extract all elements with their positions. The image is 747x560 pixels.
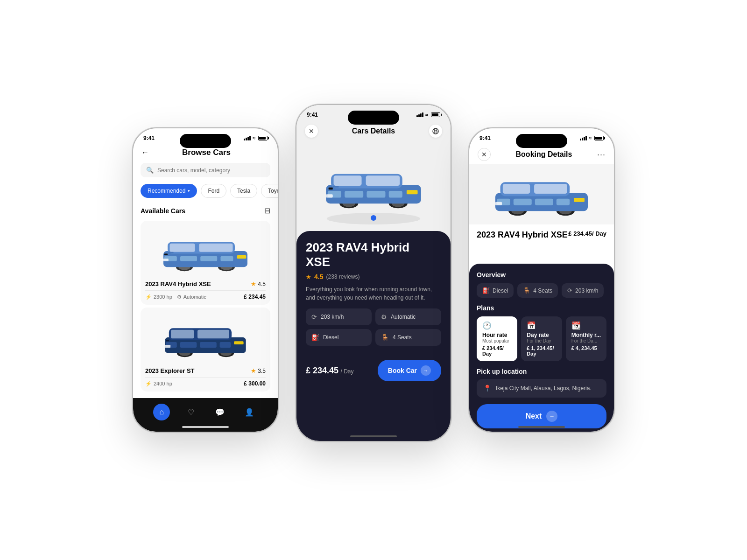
star-icon-details: ★ xyxy=(306,273,311,280)
car-rating-rav4: ★ 4.5 xyxy=(251,280,266,287)
svg-rect-59 xyxy=(535,199,553,205)
price-amount: £ 234.45 xyxy=(306,366,338,375)
svg-rect-14 xyxy=(164,253,168,255)
wifi-icon-1: ≈ xyxy=(253,135,255,141)
filter-recommended-label: Recommended xyxy=(148,188,185,194)
signal-bar-12 xyxy=(585,136,587,140)
svg-rect-61 xyxy=(574,198,585,202)
nav-bookmark[interactable]: ♡ xyxy=(183,404,199,420)
plan-hour[interactable]: 🕐 Hour rate Most popular £ 234.45/ Day xyxy=(477,316,517,361)
phone-browse-cars: 9:41 ≈ ← Browse Cars xyxy=(133,128,278,432)
filter-tesla[interactable]: Tesla xyxy=(230,184,257,198)
hour-rate-icon: 🕐 xyxy=(482,321,512,330)
close-button-3[interactable]: ✕ xyxy=(478,148,491,161)
car-svg-rav4 xyxy=(154,230,257,272)
view-360-button[interactable] xyxy=(429,125,442,138)
transmission-icon: ⚙ xyxy=(381,313,387,321)
chip-seats: 🪑 4 Seats xyxy=(517,283,558,298)
search-input[interactable] xyxy=(157,167,265,174)
plan-monthly[interactable]: 📆 Monthly r... For the Da... £ 4, 234.45 xyxy=(566,316,606,361)
pickup-location-input[interactable]: 📍 Ikeja City Mall, Alausa, Lagos, Nigeri… xyxy=(477,379,606,398)
wifi-icon-2: ≈ xyxy=(425,112,428,118)
svg-rect-12 xyxy=(237,255,247,259)
spec-transmission-details: ⚙ Automatic xyxy=(375,308,441,325)
booking-car-image xyxy=(469,164,614,224)
screen-booking-details: 9:41 ≈ ✕ Booking Details xyxy=(469,128,614,432)
car-specs-rav4: ⚡ 2300 hp ⚙ Automatic £ 234.45 xyxy=(145,290,266,300)
rental-plans: 🕐 Hour rate Most popular £ 234.45/ Day 📅… xyxy=(477,316,606,361)
chevron-down-icon: ▾ xyxy=(188,189,190,193)
next-arrow-icon: → xyxy=(546,411,557,422)
time-1: 9:41 xyxy=(143,135,155,141)
filter-options-icon[interactable]: ⊟ xyxy=(264,206,270,215)
svg-rect-7 xyxy=(199,244,233,252)
plan-name-monthly: Monthly r... xyxy=(571,332,601,338)
book-car-label: Book Car xyxy=(388,367,417,374)
svg-rect-15 xyxy=(169,252,174,253)
filter-recommended[interactable]: Recommended ▾ xyxy=(141,184,197,198)
car-price-footer: £ 234.45 / Day xyxy=(306,366,354,376)
overview-title: Overview xyxy=(477,271,606,279)
dynamic-island-2 xyxy=(348,111,399,125)
360-icon xyxy=(432,127,439,135)
booking-footer: £ 234.45 / Day Book Car → xyxy=(306,353,441,391)
signal-bar-6 xyxy=(418,114,420,117)
signal-bars-2 xyxy=(416,112,423,117)
nav-profile[interactable]: 👤 xyxy=(241,404,258,420)
svg-rect-25 xyxy=(180,342,197,348)
car-card-explorer[interactable]: 2023 Explorer ST ★ 3.5 ⚡ 2400 hp £ 300.0… xyxy=(141,308,270,392)
svg-rect-40 xyxy=(366,175,400,186)
car-svg-details xyxy=(317,163,430,210)
rating-num-details: 4.5 xyxy=(314,273,323,280)
filter-toyota[interactable]: Toyota xyxy=(261,184,278,198)
time-2: 9:41 xyxy=(307,112,318,118)
plan-day[interactable]: 📅 Day rate For the Day £ 1, 234.45/ Day xyxy=(521,316,562,361)
overview-chips: ⛽ Diesel 🪑 4 Seats ⟳ 203 km/h xyxy=(477,283,606,298)
car-description-details: Everything you look for when running aro… xyxy=(306,285,441,302)
home-indicator-2 xyxy=(350,435,397,437)
nav-chat[interactable]: 💬 xyxy=(211,404,228,420)
svg-rect-30 xyxy=(166,339,169,341)
car-card-rav4[interactable]: 2023 RAV4 Hybrid XSE ★ 4.5 ⚡ 2300 hp ⚙ A… xyxy=(141,221,270,305)
search-bar[interactable]: 🔍 xyxy=(141,163,270,177)
reviews-count-details: (233 reviews) xyxy=(326,273,359,280)
dynamic-island-1 xyxy=(180,134,231,148)
svg-rect-56 xyxy=(534,184,567,194)
plan-price-day: £ 1, 234.45/ Day xyxy=(527,345,556,357)
battery-fill-1 xyxy=(259,137,266,140)
search-icon: 🔍 xyxy=(146,167,154,174)
book-car-button[interactable]: Book Car → xyxy=(378,360,441,381)
diesel-icon: ⛽ xyxy=(482,287,490,294)
svg-rect-48 xyxy=(333,186,339,188)
svg-rect-62 xyxy=(495,202,502,205)
back-button-1[interactable]: ← xyxy=(141,148,149,157)
car-details-top: 9:41 ≈ xyxy=(296,105,451,245)
close-button-2[interactable]: ✕ xyxy=(305,125,318,138)
more-options-button[interactable]: ··· xyxy=(597,150,606,160)
phone-car-details: 9:41 ≈ xyxy=(296,105,451,441)
spec-transmission-rav4: ⚙ Automatic xyxy=(177,294,206,300)
home-icon: ⌂ xyxy=(153,404,170,420)
star-icon-rav4: ★ xyxy=(251,280,256,287)
signal-bar-7 xyxy=(420,113,422,117)
spec-fuel-details: ⛽ Diesel xyxy=(306,329,372,346)
signal-bar-4 xyxy=(249,136,251,140)
booking-details-panel: Overview ⛽ Diesel 🪑 4 Seats ⟳ 203 km/h xyxy=(469,264,614,432)
battery-icon-1 xyxy=(258,136,268,140)
signal-bar-2 xyxy=(246,138,247,140)
car-info-row-explorer: 2023 Explorer ST ★ 3.5 xyxy=(145,367,266,374)
booking-car-info: 2023 RAV4 Hybrid XSE £ 234.45/ Day xyxy=(469,224,614,240)
svg-point-32 xyxy=(434,128,437,134)
car-title-details: 2023 RAV4 Hybrid XSE xyxy=(306,240,441,269)
signal-bar-8 xyxy=(422,112,423,117)
plan-price-monthly: £ 4, 234.45 xyxy=(571,345,601,351)
filter-ford[interactable]: Ford xyxy=(201,184,226,198)
nav-home[interactable]: ⌂ xyxy=(153,404,170,420)
fuel-icon: ⛽ xyxy=(311,334,319,341)
home-indicator-1 xyxy=(182,426,229,428)
next-button[interactable]: Next → xyxy=(477,404,606,428)
plan-label-monthly: For the Da... xyxy=(571,338,601,343)
car-name-explorer: 2023 Explorer ST xyxy=(145,367,195,374)
battery-fill-3 xyxy=(595,137,602,140)
booking-car-name-row: 2023 RAV4 Hybrid XSE £ 234.45/ Day xyxy=(477,230,606,240)
